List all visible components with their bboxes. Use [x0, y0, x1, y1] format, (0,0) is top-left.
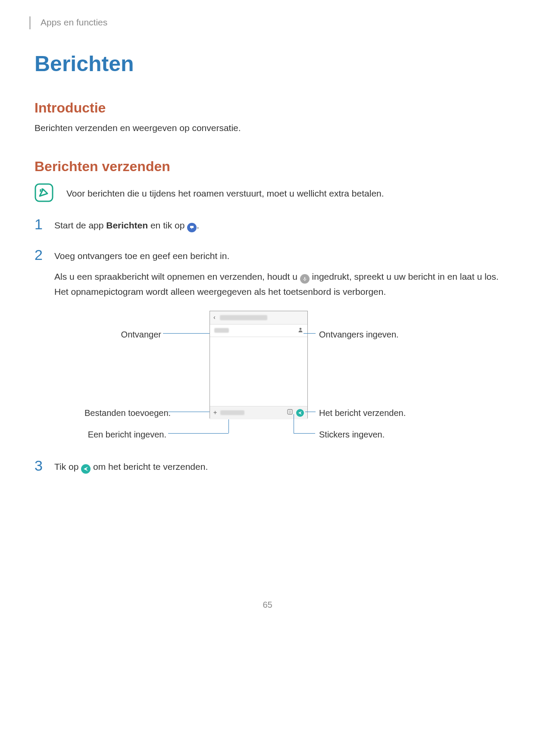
svg-rect-6	[288, 409, 292, 414]
voice-record-icon	[300, 272, 310, 285]
callout-compose: Een bericht ingeven.	[84, 428, 166, 441]
svg-point-5	[300, 328, 302, 330]
leader-line	[163, 333, 210, 334]
callout-recipients-enter: Ontvangers ingeven.	[319, 328, 399, 341]
page-title: Berichten	[34, 51, 501, 76]
attach-plus-icon: +	[213, 408, 217, 417]
leader-line	[294, 433, 315, 434]
contact-icon	[298, 326, 303, 335]
step-1-text: Start de app Berichten en tik op .	[54, 219, 199, 234]
leader-line	[305, 412, 316, 412]
step-number: 2	[34, 247, 45, 262]
note-icon	[34, 183, 53, 204]
svg-point-8	[290, 411, 291, 412]
step3-post: om het bericht te verzenden.	[93, 462, 208, 472]
svg-rect-0	[35, 184, 53, 201]
blur-hint	[220, 410, 244, 415]
sticker-icon	[287, 409, 293, 417]
back-chevron-icon: ‹	[213, 313, 216, 322]
step-3: 3 Tik op om het bericht te verzenden.	[34, 458, 501, 480]
step-1: 1 Start de app Berichten en tik op .	[34, 217, 501, 238]
compose-diagram: Ontvanger Bestanden toevoegen. Een beric…	[54, 311, 501, 444]
leader-line	[168, 433, 228, 434]
step1-post: en tik op	[148, 220, 187, 230]
callout-send: Het bericht verzenden.	[319, 406, 406, 419]
step-3-text: Tik op om het bericht te verzenden.	[54, 460, 208, 475]
section-intro-title: Introductie	[34, 100, 501, 116]
callout-attach: Bestanden toevoegen.	[84, 406, 166, 419]
step3-pre: Tik op	[54, 462, 81, 472]
callout-stickers: Stickers ingeven.	[319, 428, 385, 441]
section-intro-body: Berichten verzenden en weergeven op conv…	[34, 121, 501, 135]
blur-recipient	[214, 328, 229, 333]
roaming-note: Voor berichten die u tijdens het roamen …	[66, 188, 384, 199]
breadcrumb: Apps en functies	[41, 17, 501, 28]
svg-point-7	[289, 411, 290, 412]
section-send-title: Berichten verzenden	[34, 159, 501, 175]
leader-line	[303, 333, 316, 334]
step2-line2a: Als u een spraakbericht wilt opnemen en …	[54, 272, 300, 281]
phone-mock: ‹ +	[210, 311, 308, 419]
step1-tail: .	[197, 220, 199, 230]
page-number: 65	[34, 600, 501, 610]
app-name-berichten: Berichten	[106, 220, 148, 230]
step-number: 1	[34, 217, 45, 231]
leader-line	[168, 412, 211, 412]
svg-rect-3	[304, 277, 305, 279]
step-2: 2 Voeg ontvangers toe en geef een berich…	[34, 247, 501, 449]
step-2-line2: Als u een spraakbericht wilt opnemen en …	[54, 270, 501, 299]
blur-title	[220, 315, 267, 320]
messages-compose-icon	[187, 220, 197, 234]
step-2-line1: Voeg ontvangers toe en geef een bericht …	[54, 249, 501, 263]
header-rule	[29, 16, 31, 29]
step-number: 3	[34, 458, 45, 473]
send-icon	[296, 409, 304, 417]
step1-pre: Start de app	[54, 220, 106, 230]
send-icon	[81, 462, 91, 475]
callout-recipient: Ontvanger	[118, 328, 161, 341]
leader-line	[294, 414, 294, 433]
